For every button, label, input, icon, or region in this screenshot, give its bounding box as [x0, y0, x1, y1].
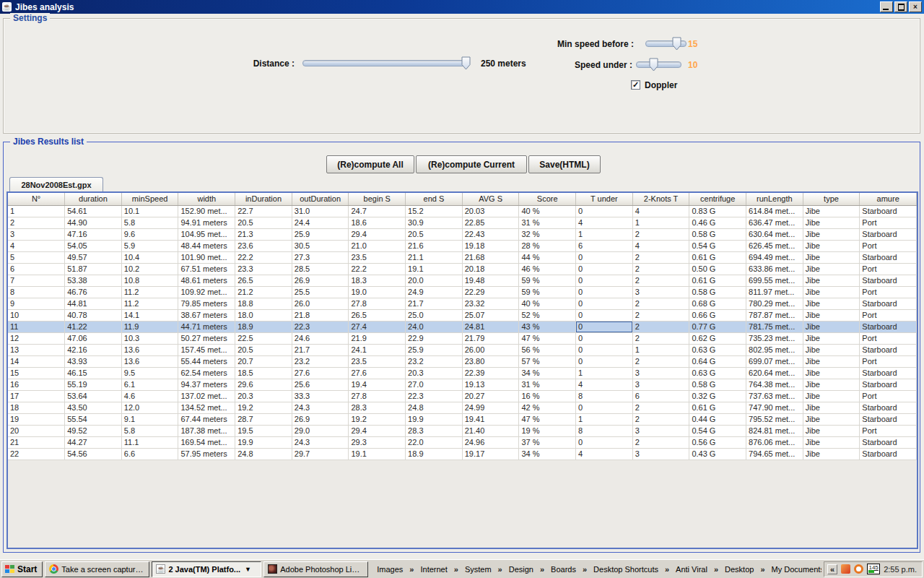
table-row[interactable]: 846.7611.2109.92 met...21.225.519.024.92… [8, 286, 917, 298]
table-cell[interactable]: 0.32 G [689, 390, 746, 402]
table-cell[interactable]: 21.8 [292, 309, 349, 321]
table-cell[interactable]: 636.47 met... [746, 217, 803, 228]
table-cell[interactable]: Port [860, 425, 917, 436]
table-cell[interactable]: 0.66 G [689, 309, 746, 321]
table-cell[interactable]: Jibe [803, 390, 860, 402]
table-cell[interactable]: 46.15 [65, 367, 122, 379]
toolbar-overflow-chevron[interactable]: » [580, 565, 590, 574]
table-cell[interactable]: 16 % [519, 390, 576, 402]
table-row[interactable]: 1753.644.6137.02 met...20.333.327.822.32… [8, 390, 917, 402]
table-cell[interactable]: 10.3 [121, 332, 178, 344]
table-cell[interactable]: 0.62 G [689, 332, 746, 344]
column-header[interactable]: Score [519, 193, 576, 205]
table-cell[interactable]: 24.96 [462, 436, 519, 448]
column-header[interactable]: T under [576, 193, 633, 205]
task-button-screen-capture[interactable]: Take a screen capture ... [45, 561, 149, 577]
table-cell[interactable]: 12.0 [121, 402, 178, 413]
table-cell[interactable]: Jibe [803, 286, 860, 298]
table-cell[interactable]: 109.92 met... [178, 286, 235, 298]
table-cell[interactable]: 48.44 meters [178, 240, 235, 251]
table-cell[interactable]: 20.7 [235, 355, 292, 367]
table-cell[interactable]: 40.78 [65, 309, 122, 321]
table-cell[interactable]: 4 [632, 205, 689, 217]
table-cell[interactable]: 11.9 [121, 321, 178, 332]
table-row[interactable]: 2144.2711.1169.54 met...19.924.329.322.0… [8, 436, 917, 448]
table-cell[interactable]: 2 [8, 217, 65, 228]
table-cell[interactable]: 23.3 [235, 263, 292, 275]
toolbar-overflow-chevron[interactable]: » [711, 565, 721, 574]
table-cell[interactable]: 24.3 [292, 402, 349, 413]
speed-under-slider-thumb[interactable] [649, 58, 658, 72]
table-row[interactable]: 1546.159.562.54 meters18.527.627.620.322… [8, 367, 917, 379]
table-cell[interactable]: 15 [8, 367, 65, 379]
table-row[interactable]: 454.055.948.44 meters23.630.521.021.619.… [8, 240, 917, 251]
table-cell[interactable]: 25.07 [462, 309, 519, 321]
table-cell[interactable]: 18.5 [235, 367, 292, 379]
table-cell[interactable]: 0.56 G [689, 436, 746, 448]
table-cell[interactable]: 38.67 meters [178, 309, 235, 321]
table-cell[interactable]: 40 % [519, 298, 576, 309]
table-cell[interactable]: 53.64 [65, 390, 122, 402]
table-cell[interactable]: Jibe [803, 355, 860, 367]
table-cell[interactable]: 0.83 G [689, 205, 746, 217]
table-cell[interactable]: Jibe [803, 309, 860, 321]
table-cell[interactable]: 21.40 [462, 425, 519, 436]
table-cell[interactable]: 104.95 met... [178, 228, 235, 240]
table-cell[interactable]: 47.16 [65, 228, 122, 240]
table-cell[interactable]: 10.1 [121, 205, 178, 217]
tray-app-icon-1[interactable] [841, 564, 850, 574]
table-cell[interactable]: 79.85 meters [178, 298, 235, 309]
table-row[interactable]: 1342.1613.6157.45 met...20.521.724.125.9… [8, 344, 917, 355]
table-cell[interactable]: 2 [632, 402, 689, 413]
table-cell[interactable]: 19.0 [349, 286, 406, 298]
table-cell[interactable]: 19.48 [462, 275, 519, 286]
table-cell[interactable]: 21.3 [235, 228, 292, 240]
table-cell[interactable]: 19.13 [462, 379, 519, 390]
table-cell[interactable]: Starboard [860, 402, 917, 413]
table-cell[interactable]: 2 [632, 298, 689, 309]
table-cell[interactable]: 19.1 [406, 263, 463, 275]
table-cell[interactable]: 2 [632, 263, 689, 275]
table-cell[interactable]: 57 % [519, 355, 576, 367]
table-cell[interactable]: 4 [576, 448, 633, 460]
table-cell[interactable]: 27.8 [349, 390, 406, 402]
table-cell[interactable]: 43.93 [65, 355, 122, 367]
table-row[interactable]: 1040.7814.138.67 meters18.021.826.525.02… [8, 309, 917, 321]
table-cell[interactable]: 0 [576, 309, 633, 321]
table-cell[interactable]: 34 % [519, 367, 576, 379]
table-cell[interactable]: 27.4 [349, 321, 406, 332]
table-cell[interactable]: 31.0 [292, 205, 349, 217]
table-cell[interactable]: 811.97 met... [746, 286, 803, 298]
table-cell[interactable]: 137.02 met... [178, 390, 235, 402]
table-cell[interactable]: 7 [8, 275, 65, 286]
table-cell[interactable]: 626.45 met... [746, 240, 803, 251]
table-cell[interactable]: 22.43 [462, 228, 519, 240]
table-cell[interactable]: 24.3 [292, 436, 349, 448]
table-cell[interactable]: 20.3 [406, 367, 463, 379]
column-header[interactable]: N° [8, 193, 65, 205]
table-cell[interactable]: 2 [632, 332, 689, 344]
table-cell[interactable]: 55.44 meters [178, 355, 235, 367]
table-cell[interactable]: 20.3 [235, 390, 292, 402]
table-cell[interactable]: 5.8 [121, 217, 178, 228]
table-cell[interactable]: 24.6 [292, 332, 349, 344]
table-cell[interactable]: 4 [576, 217, 633, 228]
distance-slider[interactable] [302, 60, 470, 66]
table-cell[interactable]: 44.27 [65, 436, 122, 448]
table-cell[interactable]: 9.6 [121, 228, 178, 240]
table-cell[interactable]: 27.8 [349, 298, 406, 309]
table-cell[interactable]: 42.16 [65, 344, 122, 355]
table-cell[interactable]: 21.7 [406, 298, 463, 309]
table-cell[interactable]: 13 [8, 344, 65, 355]
table-cell[interactable]: 59 % [519, 286, 576, 298]
table-row[interactable]: 154.6110.1152.90 met...22.731.024.715.22… [8, 205, 917, 217]
table-cell[interactable]: 54.56 [65, 448, 122, 460]
table-cell[interactable]: Jibe [803, 240, 860, 251]
table-cell[interactable]: 31 % [519, 379, 576, 390]
table-cell[interactable]: 2 [632, 251, 689, 263]
table-cell[interactable]: Starboard [860, 251, 917, 263]
table-cell[interactable]: 11.2 [121, 298, 178, 309]
table-cell[interactable]: 25.9 [292, 228, 349, 240]
min-speed-slider[interactable] [645, 40, 687, 47]
table-cell[interactable]: 747.90 met... [746, 402, 803, 413]
